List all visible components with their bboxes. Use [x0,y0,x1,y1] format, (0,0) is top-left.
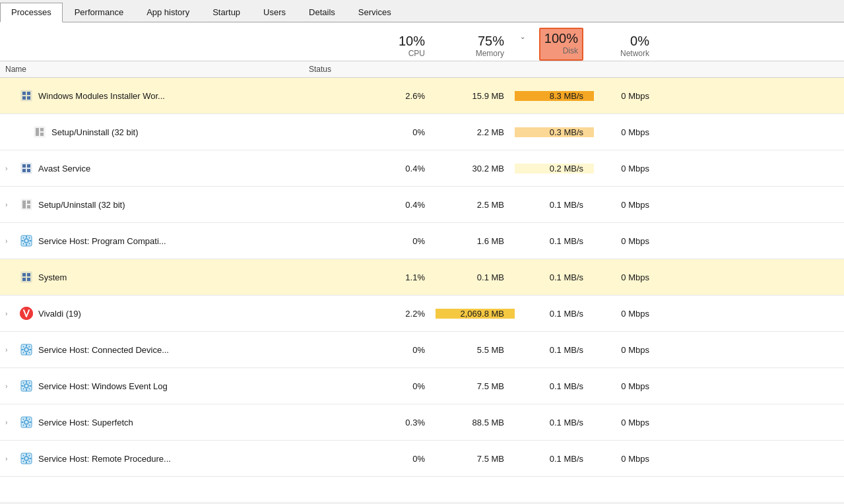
cell-disk: 0.1 MB/s [515,236,594,246]
svg-rect-31 [22,278,26,281]
cell-name: › Service Host: Program Compati... [0,234,304,247]
svg-rect-47 [26,389,27,391]
svg-rect-6 [36,128,39,136]
table-row[interactable]: › Vivaldi (19) 2.2% 2,069.8 MB 0.1 MB/s … [0,296,844,332]
col-header-cpu[interactable] [370,68,436,71]
table-row[interactable]: › Service Host: Remote Procedure... 0% 7… [0,441,844,477]
cell-network: 0 Mbps [594,272,660,282]
svg-rect-59 [30,422,32,423]
setup-icon [20,198,33,211]
cell-network: 0 Mbps [594,164,660,173]
expand-arrow[interactable]: › [5,383,15,390]
cell-disk: 0.1 MB/s [515,381,594,391]
tab-users[interactable]: Users [252,3,297,22]
process-name: Windows Modules Installer Wor... [38,91,165,101]
tab-app-history[interactable]: App history [135,3,201,22]
cell-network: 0 Mbps [594,454,660,464]
gear-icon [20,379,33,393]
cell-cpu: 0.4% [370,200,436,210]
table-row[interactable]: › Service Host: Superfetch 0.3% 88.5 MB … [0,404,844,441]
gear-icon [20,343,33,356]
disk-label: Disk [544,46,578,58]
tab-bar: Processes Performance App history Startu… [0,0,844,22]
process-name: Service Host: Superfetch [38,418,133,427]
tab-performance[interactable]: Performance [63,3,135,22]
svg-rect-3 [22,96,26,100]
svg-rect-17 [27,205,30,208]
table-row[interactable]: › Avast Service 0.4% 30.2 MB 0.2 MB/s 0 … [0,150,844,187]
setup-icon [33,125,46,139]
svg-rect-67 [26,462,27,464]
col-header-status[interactable]: Status [304,63,370,75]
gear-icon [20,452,33,465]
disk-summary[interactable]: ⌄ 100% Disk [515,28,594,61]
svg-rect-49 [30,385,32,387]
table-row[interactable]: Setup/Uninstall (32 bit) 0% 2.2 MB 0.3 M… [0,114,844,150]
cell-memory: 88.5 MB [436,418,515,427]
cell-memory: 2.2 MB [436,127,515,137]
cell-name: › Setup/Uninstall (32 bit) [0,198,304,211]
table-row[interactable]: System 1.1% 0.1 MB 0.1 MB/s 0 Mbps [0,259,844,296]
expand-arrow[interactable]: › [5,237,15,245]
tab-services[interactable]: Services [347,3,403,22]
gear-icon [20,416,33,429]
expand-arrow[interactable]: › [5,201,15,208]
column-labels: Name Status [0,61,844,77]
memory-summary: 75% Memory [436,33,515,61]
svg-rect-66 [26,454,27,456]
tab-processes[interactable]: Processes [0,3,63,22]
tab-details[interactable]: Details [298,3,346,22]
cell-name: › Service Host: Superfetch [0,416,304,429]
cell-disk: 0.1 MB/s [515,272,594,282]
cell-name: Windows Modules Installer Wor... [0,89,304,102]
svg-rect-38 [22,349,24,350]
expand-arrow[interactable]: › [5,346,15,354]
cell-disk: 0.1 MB/s [515,418,594,427]
col-header-disk[interactable] [515,68,594,71]
cell-cpu: 0.4% [370,164,436,173]
svg-rect-30 [27,273,30,276]
expand-arrow[interactable]: › [5,165,15,172]
table-row[interactable]: › Service Host: Program Compati... 0% 1.… [0,223,844,259]
col-header-memory[interactable] [436,68,515,71]
expand-arrow[interactable]: › [5,310,15,317]
cell-memory: 1.6 MB [436,236,515,246]
svg-rect-4 [27,96,30,100]
gear-icon [20,234,33,247]
col-name-spacer [0,57,304,61]
cell-memory: 2,069.8 MB [436,309,515,319]
memory-percent: 75% [436,33,504,49]
cell-name: › Service Host: Windows Event Log [0,379,304,393]
table-row[interactable]: Windows Modules Installer Wor... 2.6% 15… [0,78,844,114]
svg-rect-48 [22,385,24,387]
svg-rect-16 [27,201,30,204]
table-row[interactable]: › Service Host: Windows Event Log 0% 7.5… [0,368,844,404]
process-name: Avast Service [38,164,90,173]
process-name: Service Host: Connected Device... [38,345,169,355]
svg-rect-37 [26,353,27,355]
svg-rect-7 [40,128,44,131]
table-row[interactable]: › Setup/Uninstall (32 bit) 0.4% 2.5 MB 0… [0,187,844,223]
process-name: Setup/Uninstall (32 bit) [38,200,125,210]
col-header-network[interactable] [594,68,660,71]
percent-row: 10% CPU 75% Memory ⌄ 100% Disk 0% Networ… [0,22,844,61]
cell-disk: 0.1 MB/s [515,309,594,319]
tab-startup[interactable]: Startup [201,3,251,22]
cell-cpu: 0.3% [370,418,436,427]
cell-network: 0 Mbps [594,345,660,355]
col-header-name[interactable]: Name [0,63,304,75]
module-icon [20,89,33,102]
svg-rect-20 [26,236,27,238]
svg-rect-58 [22,422,24,423]
expand-arrow[interactable]: › [5,419,15,426]
cell-cpu: 2.2% [370,309,436,319]
cell-cpu: 0% [370,381,436,391]
disk-sort-arrow: ⌄ [520,33,525,40]
table-row[interactable]: › Service Host: Connected Device... 0% 5… [0,332,844,368]
svg-rect-39 [30,349,32,350]
cpu-label: CPU [370,49,425,61]
svg-rect-36 [26,345,27,347]
expand-arrow[interactable]: › [5,455,15,462]
svg-rect-22 [22,240,24,241]
module-icon [20,270,33,284]
